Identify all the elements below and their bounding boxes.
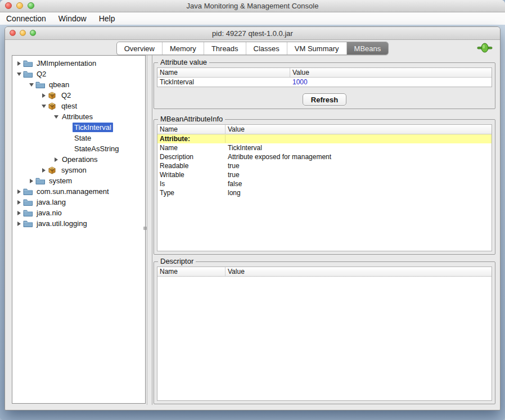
tree-node-operations[interactable]: Operations bbox=[12, 154, 145, 165]
app-window: Java Monitoring & Management Console Con… bbox=[0, 0, 505, 420]
app-title: Java Monitoring & Management Console bbox=[187, 2, 319, 10]
column-header-value: Value bbox=[226, 267, 492, 276]
tab-classes[interactable]: Classes bbox=[246, 42, 287, 55]
frame-window-controls bbox=[10, 30, 36, 36]
tree-node-sysmon[interactable]: sysmon bbox=[12, 165, 145, 175]
collapse-arrow-icon[interactable] bbox=[27, 83, 35, 87]
folder-icon bbox=[35, 81, 46, 89]
mbean-icon bbox=[48, 166, 58, 174]
info-value-cell: true bbox=[226, 171, 492, 179]
info-row-attribute-highlight[interactable]: Attribute: bbox=[157, 134, 492, 143]
info-value-cell: long bbox=[226, 189, 492, 197]
tree-node-java-nio[interactable]: java.nio bbox=[12, 207, 145, 218]
info-row-name[interactable]: NameTickInterval bbox=[157, 143, 492, 152]
refresh-button[interactable]: Refresh bbox=[303, 93, 346, 106]
tree-node-java-lang[interactable]: java.lang bbox=[12, 197, 145, 207]
folder-icon bbox=[23, 188, 33, 196]
menu-window[interactable]: Window bbox=[52, 12, 93, 25]
attribute-value-table-header: NameValue bbox=[157, 68, 492, 78]
tree-node-label: Q2 bbox=[60, 91, 73, 100]
info-value-cell: Attribute exposed for management bbox=[226, 153, 492, 161]
collapse-arrow-icon[interactable] bbox=[52, 115, 60, 119]
frame-titlebar: pid: 49227 qtest-1.0.0.jar bbox=[5, 27, 500, 40]
menu-bar: ConnectionWindowHelp bbox=[0, 12, 505, 25]
tree-node-com-sun-management[interactable]: com.sun.management bbox=[12, 186, 145, 197]
window-controls bbox=[5, 2, 34, 9]
info-row-description[interactable]: DescriptionAttribute exposed for managem… bbox=[157, 152, 492, 161]
tree-node-state[interactable]: State bbox=[12, 133, 145, 143]
minimize-button[interactable] bbox=[16, 2, 23, 9]
tab-threads[interactable]: Threads bbox=[204, 42, 246, 55]
tree-node-attributes[interactable]: Attributes bbox=[12, 111, 145, 122]
folder-icon bbox=[23, 198, 33, 206]
info-name-cell: Description bbox=[157, 153, 226, 161]
frame-close-button[interactable] bbox=[10, 30, 16, 36]
attribute-value-row[interactable]: TickInterval 1000 bbox=[157, 78, 492, 87]
expand-arrow-icon[interactable] bbox=[52, 157, 60, 162]
folder-icon bbox=[23, 70, 33, 78]
tree-node-system[interactable]: system bbox=[12, 175, 145, 186]
info-name-cell: Is bbox=[157, 180, 226, 188]
descriptor-group: Descriptor NameValue bbox=[154, 261, 495, 404]
tab-mbeans[interactable]: MBeans bbox=[347, 42, 389, 55]
expand-arrow-icon[interactable] bbox=[15, 189, 23, 194]
close-button[interactable] bbox=[5, 2, 12, 9]
tree-node-qtest[interactable]: qtest bbox=[12, 101, 145, 111]
frame-minimize-button[interactable] bbox=[20, 30, 26, 36]
tab-memory[interactable]: Memory bbox=[163, 42, 204, 55]
expand-arrow-icon[interactable] bbox=[15, 61, 23, 66]
tree-node-qbean[interactable]: qbean bbox=[12, 79, 145, 90]
tree-node-label: java.lang bbox=[35, 197, 67, 207]
tree-node-label: java.nio bbox=[35, 208, 64, 218]
tree-node-label: Attributes bbox=[60, 112, 94, 121]
column-header-name: Name bbox=[157, 125, 226, 134]
expand-arrow-icon[interactable] bbox=[15, 211, 23, 215]
zoom-button[interactable] bbox=[28, 2, 34, 9]
collapse-arrow-icon[interactable] bbox=[39, 105, 48, 108]
tree-node-q2[interactable]: Q2 bbox=[12, 69, 145, 79]
mbean-tree: JMImplementationQ2qbeanQ2qtestAttributes… bbox=[12, 55, 146, 404]
menu-help[interactable]: Help bbox=[93, 12, 121, 25]
expand-arrow-icon[interactable] bbox=[15, 222, 23, 226]
info-name-cell: Attribute: bbox=[157, 135, 226, 143]
app-titlebar: Java Monitoring & Management Console bbox=[0, 0, 505, 12]
mbean-attribute-info-group-title: MBeanAttributeInfo bbox=[158, 115, 225, 123]
info-row-readable[interactable]: Readabletrue bbox=[157, 161, 492, 170]
column-header-value: Value bbox=[226, 125, 492, 134]
info-name-cell: Writable bbox=[157, 171, 226, 179]
expand-arrow-icon[interactable] bbox=[39, 93, 48, 98]
tree-node-q2[interactable]: Q2 bbox=[12, 90, 145, 101]
tree-node-label: system bbox=[47, 176, 74, 186]
expand-arrow-icon[interactable] bbox=[27, 179, 35, 183]
plug-connected-icon bbox=[477, 43, 493, 53]
mbean-icon bbox=[48, 92, 58, 100]
split-pane-divider[interactable] bbox=[147, 55, 152, 405]
frame-zoom-button[interactable] bbox=[30, 30, 36, 36]
expand-arrow-icon[interactable] bbox=[15, 200, 23, 205]
collapse-arrow-icon[interactable] bbox=[15, 73, 23, 76]
refresh-button-row: Refresh bbox=[154, 93, 495, 106]
frame-title: pid: 49227 qtest-1.0.0.jar bbox=[212, 29, 293, 38]
tab-overview[interactable]: Overview bbox=[117, 42, 163, 55]
info-row-is[interactable]: Isfalse bbox=[157, 179, 492, 188]
tree-node-tickinterval[interactable]: TickInterval bbox=[12, 122, 145, 133]
tab-bar: OverviewMemoryThreadsClassesVM SummaryMB… bbox=[5, 42, 500, 55]
menu-connection[interactable]: Connection bbox=[0, 12, 52, 25]
attribute-value-group: Attribute value NameValue TickInterval 1… bbox=[154, 62, 495, 109]
column-header-name: Name bbox=[157, 267, 226, 276]
tree-node-label: qbean bbox=[47, 80, 71, 89]
expand-arrow-icon[interactable] bbox=[39, 168, 48, 173]
connection-frame: pid: 49227 qtest-1.0.0.jar OverviewMemor… bbox=[4, 26, 501, 410]
tree-node-label: TickInterval bbox=[73, 123, 113, 132]
mbean-icon bbox=[48, 102, 58, 110]
attribute-value-table: NameValue TickInterval 1000 bbox=[157, 67, 492, 87]
attribute-value-cell[interactable]: 1000 bbox=[290, 78, 492, 86]
info-row-type[interactable]: Typelong bbox=[157, 188, 492, 197]
tree-node-jmimplementation[interactable]: JMImplementation bbox=[12, 58, 145, 69]
tree-node-label: Q2 bbox=[35, 69, 48, 79]
tree-node-stateasstring[interactable]: StateAsString bbox=[12, 143, 145, 154]
tab-vm-summary[interactable]: VM Summary bbox=[287, 42, 347, 55]
tree-node-java-util-logging[interactable]: java.util.logging bbox=[12, 218, 145, 229]
info-name-cell: Readable bbox=[157, 162, 226, 170]
info-row-writable[interactable]: Writabletrue bbox=[157, 170, 492, 179]
